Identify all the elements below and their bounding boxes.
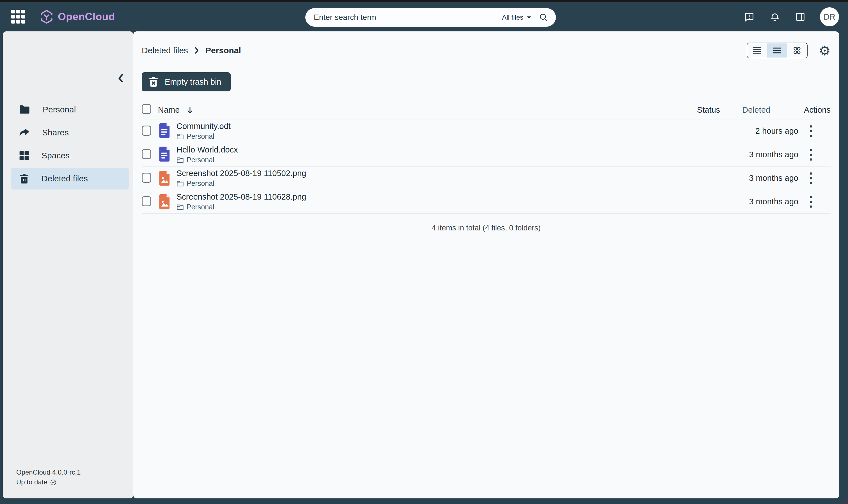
table-body: Community.odt Personal 2 hours ago bbox=[142, 120, 831, 214]
app-launcher-icon bbox=[11, 10, 15, 14]
app-launcher-button[interactable] bbox=[11, 10, 25, 24]
file-type-icon bbox=[158, 123, 171, 140]
table-row[interactable]: Screenshot 2025-08-19 110628.png Persona… bbox=[142, 190, 831, 214]
deleted-files-table: Name Status Deleted Actions bbox=[142, 101, 831, 242]
chevron-right-icon bbox=[194, 47, 199, 54]
view-tiles-icon bbox=[792, 46, 802, 55]
view-settings-button[interactable]: ⚙ bbox=[819, 44, 831, 57]
file-type-icon bbox=[158, 194, 171, 210]
file-name[interactable]: Community.odt bbox=[176, 122, 688, 131]
notifications-icon bbox=[769, 11, 781, 23]
feedback-icon bbox=[744, 11, 755, 22]
search-input[interactable] bbox=[314, 13, 502, 22]
empty-trash-label: Empty trash bin bbox=[165, 77, 221, 87]
sidebar-item-spaces[interactable]: Spaces bbox=[11, 145, 129, 166]
update-status: Up to date bbox=[16, 478, 48, 487]
sort-desc-icon[interactable] bbox=[187, 106, 193, 114]
search-icon bbox=[538, 12, 549, 22]
file-name[interactable]: Screenshot 2025-08-19 110628.png bbox=[176, 192, 688, 201]
row-checkbox[interactable] bbox=[142, 196, 151, 206]
trash-icon bbox=[19, 173, 29, 184]
logo-icon bbox=[40, 10, 53, 24]
app-window: OpenCloud All files bbox=[0, 0, 848, 504]
breadcrumb-deleted-files[interactable]: Deleted files bbox=[142, 46, 188, 55]
view-condensed-button[interactable] bbox=[747, 43, 767, 58]
file-location[interactable]: Personal bbox=[176, 156, 688, 164]
brand-name: OpenCloud bbox=[58, 11, 115, 23]
row-actions-menu-button[interactable] bbox=[808, 124, 814, 139]
search-button[interactable] bbox=[538, 12, 549, 22]
deleted-time: 3 months ago bbox=[730, 197, 798, 206]
items-summary: 4 items in total (4 files, 0 folders) bbox=[142, 214, 831, 242]
kebab-icon bbox=[810, 173, 812, 175]
brand[interactable]: OpenCloud bbox=[40, 10, 115, 24]
table-header: Name Status Deleted Actions bbox=[142, 101, 831, 120]
caret-down-icon bbox=[527, 16, 531, 19]
share-icon bbox=[19, 128, 30, 137]
avatar[interactable]: DR bbox=[820, 7, 839, 26]
sidebar: Personal Shares Spaces bbox=[3, 31, 133, 498]
row-actions-menu-button[interactable] bbox=[808, 147, 814, 162]
file-type-icon bbox=[158, 170, 171, 186]
view-condensed-icon bbox=[752, 46, 762, 55]
empty-trash-icon bbox=[149, 76, 158, 88]
file-location[interactable]: Personal bbox=[176, 203, 688, 211]
folder-small-icon bbox=[176, 133, 184, 140]
check-circle-icon bbox=[50, 479, 56, 486]
folder-small-icon bbox=[176, 204, 184, 211]
file-name[interactable]: Hello World.docx bbox=[176, 145, 688, 155]
feedback-button[interactable] bbox=[744, 11, 755, 22]
column-header-actions: Actions bbox=[798, 105, 831, 115]
deleted-time: 3 months ago bbox=[730, 174, 798, 183]
row-checkbox[interactable] bbox=[142, 173, 151, 183]
row-checkbox[interactable] bbox=[142, 126, 151, 136]
view-list-button[interactable] bbox=[767, 43, 787, 58]
folder-small-icon bbox=[176, 180, 184, 187]
search-bar: All files bbox=[305, 8, 556, 26]
empty-trash-bin-button[interactable]: Empty trash bin bbox=[142, 72, 231, 91]
column-header-deleted[interactable]: Deleted bbox=[730, 105, 798, 115]
sidebar-nav: Personal Shares Spaces bbox=[3, 97, 133, 191]
kebab-icon bbox=[810, 125, 812, 128]
collapse-sidebar-icon bbox=[117, 73, 124, 83]
row-checkbox[interactable] bbox=[142, 149, 151, 159]
os-top-strip bbox=[0, 0, 848, 2]
view-tiles-button[interactable] bbox=[787, 43, 807, 58]
file-type-icon bbox=[158, 146, 171, 163]
sidebar-item-shares[interactable]: Shares bbox=[11, 122, 129, 144]
row-actions-menu-button[interactable] bbox=[808, 171, 814, 186]
app-version: OpenCloud 4.0.0-rc.1 bbox=[16, 468, 81, 478]
file-location[interactable]: Personal bbox=[176, 179, 688, 187]
column-header-status: Status bbox=[688, 105, 730, 115]
file-location[interactable]: Personal bbox=[176, 132, 688, 141]
table-row[interactable]: Screenshot 2025-08-19 110502.png Persona… bbox=[142, 166, 831, 190]
search-scope-dropdown[interactable]: All files bbox=[502, 14, 531, 21]
folder-icon bbox=[19, 105, 30, 114]
side-panel-icon bbox=[795, 11, 806, 22]
select-all-checkbox[interactable] bbox=[142, 104, 151, 114]
table-row[interactable]: Hello World.docx Personal 3 months ago bbox=[142, 143, 831, 166]
side-panel-toggle-button[interactable] bbox=[795, 11, 806, 22]
row-actions-menu-button[interactable] bbox=[808, 194, 814, 210]
main-panel: Deleted files Personal bbox=[133, 31, 839, 498]
folder-small-icon bbox=[176, 157, 184, 163]
top-bar: OpenCloud All files bbox=[0, 2, 848, 31]
deleted-time: 2 hours ago bbox=[730, 126, 798, 136]
column-header-name[interactable]: Name bbox=[158, 105, 179, 115]
file-name[interactable]: Screenshot 2025-08-19 110502.png bbox=[176, 169, 688, 178]
deleted-time: 3 months ago bbox=[730, 150, 798, 159]
sidebar-footer: OpenCloud 4.0.0-rc.1 Up to date bbox=[16, 468, 81, 487]
table-row[interactable]: Community.odt Personal 2 hours ago bbox=[142, 120, 831, 143]
view-list-icon bbox=[772, 46, 782, 55]
sidebar-item-deleted-files[interactable]: Deleted files bbox=[11, 168, 129, 190]
view-switcher bbox=[747, 42, 808, 58]
search-scope-label: All files bbox=[502, 14, 523, 21]
spaces-icon bbox=[19, 150, 29, 161]
kebab-icon bbox=[810, 196, 812, 198]
gear-icon: ⚙ bbox=[819, 44, 831, 57]
collapse-sidebar-button[interactable] bbox=[117, 73, 124, 84]
notifications-button[interactable] bbox=[769, 11, 781, 23]
breadcrumb-personal[interactable]: Personal bbox=[205, 46, 241, 55]
sidebar-item-personal[interactable]: Personal bbox=[11, 99, 129, 121]
kebab-icon bbox=[810, 149, 812, 151]
